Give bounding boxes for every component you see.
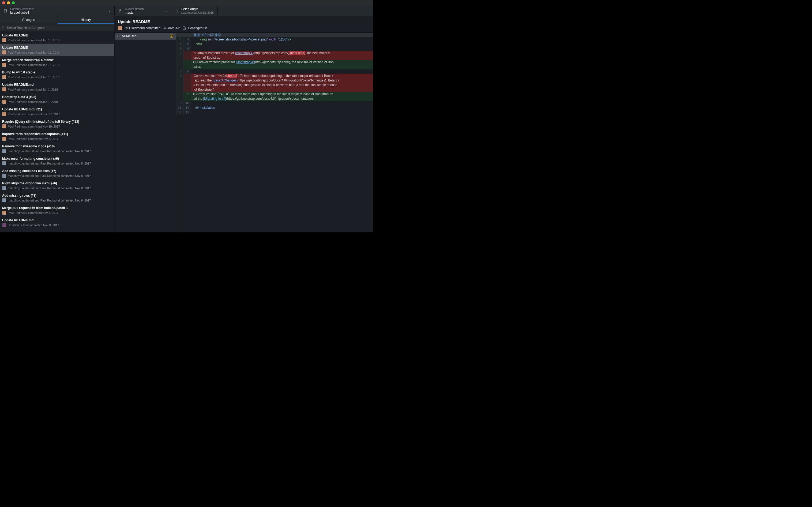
diff-line: 88 xyxy=(176,69,373,74)
diff-hunk-header: @@ -4,9 +4,9 @@ xyxy=(176,33,373,37)
commit-item-title: Require jQuery slim instead of the full … xyxy=(2,120,112,123)
commit-list-item[interactable]: Add missing checkbox classes (#7)mattdfl… xyxy=(0,167,114,180)
commit-list[interactable]: Update READMEPaul Redmond committed Jan … xyxy=(0,32,114,232)
toolbar: Current Repository laravel-twbs4 Current… xyxy=(0,6,373,16)
diff-line: 7-A Laravel frontend preset for [Bootstr… xyxy=(176,51,373,55)
commit-item-meta: mattdfloyd authored and Paul Redmond com… xyxy=(2,161,112,165)
commit-title: Update README xyxy=(118,19,370,24)
avatar xyxy=(2,50,6,54)
commit-item-meta: Brendan Bullen committed Nov 8, 2017 xyxy=(2,223,112,227)
commit-list-item[interactable]: Improve form responsive breakpoints (#11… xyxy=(0,130,114,143)
commit-item-meta: Paul Redmond committed Dec 27, 2017 xyxy=(2,112,112,116)
select-branch-placeholder: Select Branch to Compare... xyxy=(7,26,47,30)
current-branch-dropdown[interactable]: Current Branch master xyxy=(115,6,171,16)
commit-list-item[interactable]: Make error formatting consistent (#9)mat… xyxy=(0,155,114,167)
sidebar: Changes History Select Branch to Compare… xyxy=(0,16,115,232)
commit-list-item[interactable]: Remove font awesome icons (#10)mattdfloy… xyxy=(0,143,114,155)
commit-item-title: Make error formatting consistent (#9) xyxy=(2,157,112,161)
chevron-down-icon xyxy=(109,9,111,13)
diff-line: 1212 xyxy=(176,110,373,115)
commit-item-title: Update README xyxy=(2,34,112,37)
commit-icon xyxy=(163,26,167,30)
diff-line: 1010 xyxy=(176,101,373,106)
repo-icon xyxy=(4,9,7,13)
window-minimize-icon[interactable] xyxy=(7,1,10,4)
commit-list-item[interactable]: Require jQuery slim instead of the full … xyxy=(0,118,114,130)
diff-line: 1111 ## Installation xyxy=(176,106,373,110)
commit-item-title: Merge branch 'bootstrap-4-stable' xyxy=(2,58,112,62)
avatar xyxy=(118,26,122,30)
commit-item-meta: Paul Redmond committed Jan 1, 2018 xyxy=(2,100,112,104)
diff-line: of Bootstrap 4. xyxy=(176,88,373,92)
avatar xyxy=(2,112,6,116)
avatar xyxy=(2,88,6,92)
commit-item-meta: Paul Redmond committed Nov 10, 2017 xyxy=(2,124,112,128)
branch-label: Current Branch xyxy=(125,7,144,11)
branch-icon xyxy=(2,26,5,30)
select-branch-to-compare[interactable]: Select Branch to Compare... xyxy=(0,24,114,32)
commit-list-item[interactable]: Merge branch 'bootstrap-4-stable'Paul Re… xyxy=(0,57,114,69)
commit-list-item[interactable]: Merge pull request #5 from bullenb/patch… xyxy=(0,205,114,217)
commit-item-title: Update README.md xyxy=(2,218,112,222)
commit-item-title: Right align the dropdown menu (#6) xyxy=(2,181,112,185)
commit-item-title: Update README.md xyxy=(2,83,112,87)
avatar xyxy=(2,186,6,190)
commit-item-title: Bootstrap Beta 3 (#23) xyxy=(2,95,112,99)
avatar xyxy=(2,223,6,227)
commit-sha: a6fd262 xyxy=(168,26,180,30)
commit-list-item[interactable]: Bootstrap Beta 3 (#23)Paul Redmond commi… xyxy=(0,94,114,106)
commit-list-item[interactable]: Right align the dropdown menu (#6)mattdf… xyxy=(0,180,114,192)
chevron-down-icon xyxy=(165,9,167,13)
fetch-sub: Last fetched Jan 18, 2018 xyxy=(181,11,214,14)
avatar xyxy=(2,75,6,79)
sync-icon xyxy=(175,9,179,13)
commit-list-item[interactable]: Update README.mdBrendan Bullen committed… xyxy=(0,217,114,229)
diff-line: 55 </a> xyxy=(176,42,373,46)
diff-view[interactable]: @@ -4,9 +4,9 @@44 <img src="/screenshots… xyxy=(176,33,373,232)
commit-item-title: Merge pull request #5 from bullenb/patch… xyxy=(2,206,112,210)
current-repository-dropdown[interactable]: Current Repository laravel-twbs4 xyxy=(0,6,115,16)
avatar xyxy=(2,149,6,153)
commit-list-item[interactable]: Bump to v4.0.0 stablePaul Redmond commit… xyxy=(0,69,114,81)
file-list-item[interactable]: README.md xyxy=(115,33,176,40)
fetch-origin-button[interactable]: Fetch origin Last fetched Jan 18, 2018 xyxy=(171,6,218,16)
diff-line: 44 <img src="/screenshots/bootstrap-4-pr… xyxy=(176,37,373,42)
titlebar xyxy=(0,0,373,6)
commit-item-meta: Paul Redmond committed Jan 18, 2018 xyxy=(2,75,112,79)
commit-detail-panel: Update README Paul Redmond committed a6f… xyxy=(115,16,373,232)
commit-item-meta: Paul Redmond committed Nov 8, 2017 xyxy=(2,137,112,141)
commit-list-item[interactable]: Update README.md (#21)Paul Redmond commi… xyxy=(0,106,114,118)
svg-point-0 xyxy=(165,27,166,29)
avatar xyxy=(2,63,6,67)
branch-icon xyxy=(118,9,122,13)
tab-changes[interactable]: Changes xyxy=(0,16,57,24)
tab-history[interactable]: History xyxy=(57,16,114,24)
fetch-label: Fetch origin xyxy=(181,7,214,11)
commit-item-title: Improve form responsive breakpoints (#11… xyxy=(2,132,112,136)
commit-list-item[interactable]: Update READMEPaul Redmond committed Jan … xyxy=(0,44,114,57)
diff-line: 9+Current version: `^4.0.0`. To learn mo… xyxy=(176,92,373,97)
avatar xyxy=(2,211,6,215)
diff-line: ersion of Bootstrap. xyxy=(176,55,373,60)
commit-item-meta: Paul Redmond committed Jan 18, 2018 xyxy=(2,50,112,54)
repo-value: laravel-twbs4 xyxy=(10,11,34,14)
commit-list-item[interactable]: Update README.mdPaul Redmond committed J… xyxy=(0,81,114,94)
repo-label: Current Repository xyxy=(10,7,34,11)
branch-value: master xyxy=(125,11,144,14)
avatar xyxy=(2,198,6,202)
file-diff-icon xyxy=(182,26,186,30)
commit-list-item[interactable]: Update READMEPaul Redmond committed Jan … xyxy=(0,32,114,44)
commit-item-meta: Paul Redmond committed Jan 18, 2018 xyxy=(2,63,112,67)
avatar xyxy=(2,38,6,42)
avatar xyxy=(2,124,6,128)
changed-file-list: README.md xyxy=(115,33,176,232)
file-name: README.md xyxy=(117,34,136,38)
diff-line: s the last v4 beta, and no breaking chan… xyxy=(176,83,373,88)
window-close-icon[interactable] xyxy=(2,1,5,4)
commit-item-title: Add missing checkbox classes (#7) xyxy=(2,169,112,173)
diff-line: 66 xyxy=(176,46,373,51)
commit-item-meta: Paul Redmond committed Jan 18, 2018 xyxy=(2,38,112,42)
commit-list-item[interactable]: Add missing rows (#8)mattdfloyd authored… xyxy=(0,192,114,205)
window-maximize-icon[interactable] xyxy=(12,1,15,4)
diff-line: ad the [Migrating to v4](https://getboot… xyxy=(176,97,373,101)
